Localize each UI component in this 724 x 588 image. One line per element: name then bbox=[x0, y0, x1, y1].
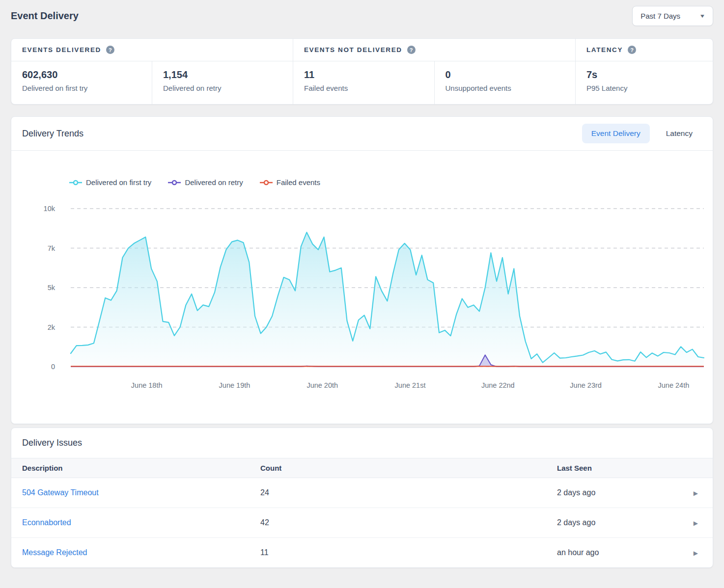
legend-label: Delivered on retry bbox=[185, 178, 243, 187]
help-icon[interactable]: ? bbox=[628, 46, 636, 54]
column-header-actions bbox=[664, 458, 713, 478]
x-axis-label: June 19th bbox=[219, 381, 251, 389]
y-axis-tick: 10k bbox=[44, 205, 56, 213]
x-axis-label: June 20th bbox=[306, 381, 338, 389]
page-title: Event Delivery bbox=[11, 10, 79, 22]
time-range-select[interactable]: Past 7 Days ▼ bbox=[632, 6, 713, 26]
stat-group-label: EVENTS DELIVERED bbox=[22, 46, 101, 53]
metric-delivered-first-try: 602,630 Delivered on first try bbox=[11, 61, 152, 104]
page-header: Event Delivery Past 7 Days ▼ bbox=[11, 4, 713, 27]
help-icon[interactable]: ? bbox=[106, 46, 114, 54]
line-marker-icon bbox=[69, 180, 82, 186]
issue-last-seen: 2 days ago bbox=[546, 508, 664, 538]
x-axis-label: June 22nd bbox=[481, 381, 515, 389]
issue-link[interactable]: Message Rejected bbox=[22, 548, 87, 557]
issue-count: 42 bbox=[250, 508, 546, 538]
chart-area: Delivered on first try Delivered on retr… bbox=[11, 178, 713, 424]
x-axis-label: June 23rd bbox=[570, 381, 602, 389]
legend-item-first-try: Delivered on first try bbox=[69, 178, 151, 187]
stat-group-label: EVENTS NOT DELIVERED bbox=[304, 46, 402, 53]
chevron-right-icon[interactable]: ▶ bbox=[694, 550, 698, 557]
x-axis-label: June 18th bbox=[131, 381, 163, 389]
stats-summary-card: EVENTS DELIVERED ? 602,630 Delivered on … bbox=[11, 38, 713, 105]
line-marker-icon bbox=[260, 180, 273, 186]
metric-label: Failed events bbox=[304, 84, 423, 92]
y-axis-tick: 2k bbox=[48, 323, 56, 331]
line-marker-icon bbox=[168, 180, 181, 186]
metric-value: 7s bbox=[586, 69, 702, 80]
delivery-trends-chart: 02k5k7k10kJune 18thJune 19thJune 20thJun… bbox=[11, 192, 717, 396]
delivery-trends-title: Delivery Trends bbox=[22, 129, 84, 139]
metric-label: Delivered on first try bbox=[22, 84, 141, 92]
issue-last-seen: an hour ago bbox=[546, 538, 664, 568]
chevron-right-icon[interactable]: ▶ bbox=[694, 520, 698, 527]
stat-group-events-not-delivered: EVENTS NOT DELIVERED ? 11 Failed events … bbox=[293, 39, 575, 104]
table-row[interactable]: Message Rejected 11 an hour ago ▶ bbox=[11, 538, 713, 568]
legend-label: Failed events bbox=[277, 178, 320, 187]
chevron-right-icon[interactable]: ▶ bbox=[694, 490, 698, 497]
column-header-count: Count bbox=[250, 458, 546, 478]
table-row[interactable]: 504 Gateway Timeout 24 2 days ago ▶ bbox=[11, 478, 713, 508]
metric-value: 602,630 bbox=[22, 69, 141, 80]
legend-item-retry: Delivered on retry bbox=[168, 178, 243, 187]
metric-value: 0 bbox=[446, 69, 565, 80]
issue-link[interactable]: 504 Gateway Timeout bbox=[22, 488, 99, 497]
metric-delivered-retry: 1,154 Delivered on retry bbox=[152, 61, 293, 104]
stat-group-latency: LATENCY ? 7s P95 Latency bbox=[575, 39, 713, 104]
metric-value: 11 bbox=[304, 69, 423, 80]
metric-label: Unsupported events bbox=[446, 84, 565, 92]
metric-unsupported-events: 0 Unsupported events bbox=[434, 61, 576, 104]
y-axis-tick: 7k bbox=[48, 244, 56, 252]
y-axis-tick: 0 bbox=[51, 363, 55, 371]
x-axis-label: June 21st bbox=[395, 381, 426, 389]
time-range-value: Past 7 Days bbox=[640, 12, 680, 20]
trends-tab-group: Event Delivery Latency bbox=[582, 124, 702, 143]
issue-last-seen: 2 days ago bbox=[546, 478, 664, 508]
x-axis-label: June 24th bbox=[658, 381, 690, 389]
delivery-issues-title: Delivery Issues bbox=[11, 428, 713, 458]
metric-label: P95 Latency bbox=[586, 84, 702, 92]
chart-legend: Delivered on first try Delivered on retr… bbox=[69, 178, 713, 187]
metric-value: 1,154 bbox=[163, 69, 282, 80]
table-row[interactable]: Econnaborted 42 2 days ago ▶ bbox=[11, 508, 713, 538]
stat-group-label: LATENCY bbox=[586, 46, 623, 53]
column-header-description: Description bbox=[11, 458, 250, 478]
column-header-last-seen: Last Seen bbox=[546, 458, 664, 478]
metric-p95-latency: 7s P95 Latency bbox=[576, 61, 713, 104]
delivery-issues-card: Delivery Issues Description Count Last S… bbox=[11, 428, 713, 568]
legend-item-failed: Failed events bbox=[260, 178, 320, 187]
issue-link[interactable]: Econnaborted bbox=[22, 518, 71, 527]
delivery-issues-table: Description Count Last Seen 504 Gateway … bbox=[11, 458, 713, 567]
caret-down-icon: ▼ bbox=[699, 13, 706, 19]
help-icon[interactable]: ? bbox=[407, 46, 416, 54]
delivery-trends-card: Delivery Trends Event Delivery Latency D… bbox=[11, 116, 713, 424]
tab-event-delivery[interactable]: Event Delivery bbox=[582, 124, 650, 143]
legend-label: Delivered on first try bbox=[86, 178, 151, 187]
tab-latency[interactable]: Latency bbox=[657, 124, 702, 143]
metric-failed-events: 11 Failed events bbox=[293, 61, 434, 104]
y-axis-tick: 5k bbox=[48, 284, 56, 292]
stat-group-events-delivered: EVENTS DELIVERED ? 602,630 Delivered on … bbox=[11, 39, 293, 104]
issue-count: 24 bbox=[250, 478, 546, 508]
issue-count: 11 bbox=[250, 538, 546, 568]
metric-label: Delivered on retry bbox=[163, 84, 282, 92]
